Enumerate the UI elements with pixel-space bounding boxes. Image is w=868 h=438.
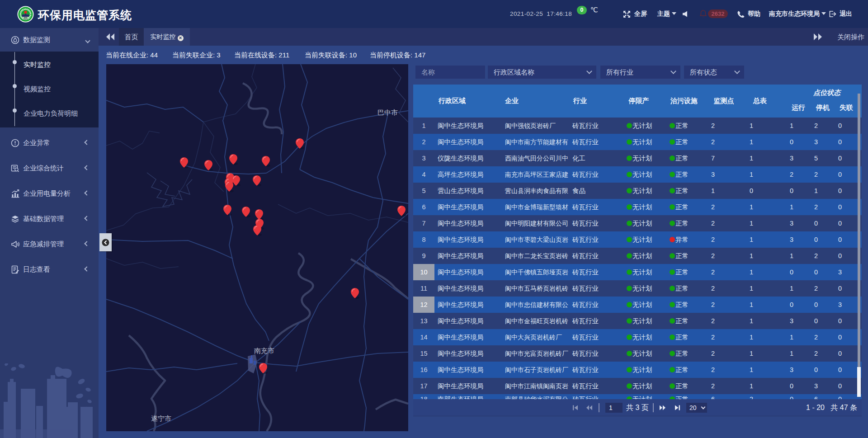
svg-text:南充市: 南充市 — [254, 347, 274, 354]
svg-text:巴中市: 巴中市 — [377, 108, 398, 116]
svg-text:遂宁市: 遂宁市 — [151, 414, 171, 422]
